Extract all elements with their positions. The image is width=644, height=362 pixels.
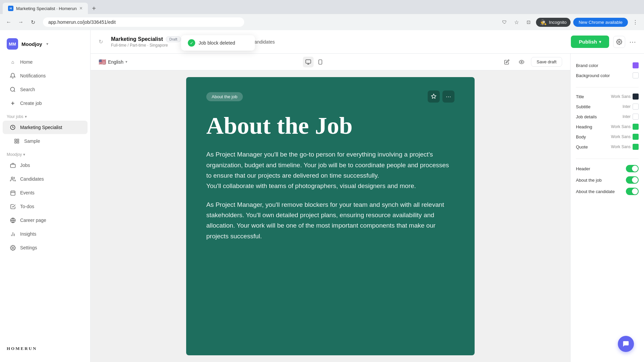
language-selector[interactable]: 🇺🇸 English ▾: [99, 58, 127, 66]
app: MM Moodjoy ▾ ⌂ Home Notifications Search: [0, 30, 644, 362]
preview-button[interactable]: [516, 57, 527, 67]
brand-color-swatch[interactable]: [633, 62, 639, 68]
url-bar[interactable]: app.homerun.co/job/336451/edit: [43, 17, 244, 27]
bookmark-icon[interactable]: ☆: [512, 17, 521, 27]
sidebar-item-notifications[interactable]: Notifications: [3, 69, 88, 82]
sample-icon: [13, 138, 20, 144]
home-icon: ⌂: [9, 59, 16, 65]
quote-font-color[interactable]: [633, 144, 639, 150]
mobile-view-button[interactable]: [315, 57, 326, 67]
canvas-paragraph-1: As Project Manager you'll be the go-to p…: [206, 149, 454, 191]
body-font-name: Work Sans: [611, 134, 631, 139]
job-title-text: Marketing Specialist: [111, 36, 163, 42]
body-font-color[interactable]: [633, 134, 639, 140]
body-font-label: Body: [576, 134, 586, 139]
jobs-icon: [9, 162, 16, 169]
sidebar-item-todos[interactable]: To-dos: [3, 200, 88, 213]
toolbar-right: Save draft: [501, 57, 562, 67]
job-subtitle: Full-time / Part-time · Singapore: [111, 43, 181, 48]
more-options-button[interactable]: ⋯: [629, 38, 636, 46]
canvas-paragraph-2: As Project Manager, you'll remove blocke…: [206, 199, 454, 241]
incognito-button[interactable]: 🕵 Incognito: [536, 18, 571, 27]
sidebar-item-label: Settings: [20, 245, 37, 250]
edit-mode-button[interactable]: [501, 57, 512, 67]
sidebar-item-settings[interactable]: Settings: [3, 241, 88, 254]
split-screen-icon[interactable]: ⊡: [524, 17, 533, 27]
forward-button[interactable]: →: [16, 17, 25, 27]
active-tab[interactable]: H Marketing Specialist · Homerun ×: [3, 3, 88, 14]
shield-icon[interactable]: 🛡: [500, 17, 509, 27]
subtitle-font-label: Subtitle: [576, 104, 590, 109]
nav-right: 🛡 ☆ ⊡ 🕵 Incognito New Chrome available ⋮: [500, 17, 640, 27]
sidebar-item-create-job[interactable]: + Create job: [3, 97, 88, 110]
about-job-tag[interactable]: About the job: [206, 92, 243, 101]
job-details-font-row: Job details Inter: [576, 112, 639, 122]
sidebar-item-label: Career page: [20, 218, 46, 223]
canvas-more-button[interactable]: ⋯: [442, 90, 454, 103]
body-font-row: Body Work Sans: [576, 132, 639, 142]
company-name: Moodjoy: [21, 41, 42, 47]
topbar: ↻ Marketing Specialist Draft Full-time /…: [91, 30, 644, 54]
sidebar-item-label: Home: [20, 59, 33, 65]
sidebar-item-insights[interactable]: Insights: [3, 227, 88, 241]
back-button[interactable]: ←: [4, 17, 13, 27]
about-job-toggle[interactable]: [626, 176, 639, 184]
sidebar-item-jobs[interactable]: Jobs: [3, 159, 88, 172]
toast-notification: ✓ Job block deleted: [181, 35, 255, 51]
browser-menu-button[interactable]: ⋮: [631, 17, 640, 27]
sidebar-header[interactable]: MM Moodjoy ▾: [0, 36, 90, 55]
heading-font-color[interactable]: [633, 124, 639, 130]
job-title-row: Marketing Specialist Draft: [111, 36, 181, 42]
sidebar-item-label: Create job: [20, 101, 42, 106]
desktop-view-button[interactable]: [303, 57, 314, 67]
job-spinner-icon: [9, 124, 16, 131]
background-color-label: Background color: [576, 73, 610, 78]
svg-rect-24: [319, 60, 322, 64]
todos-icon: [9, 203, 16, 210]
reload-button[interactable]: ↻: [28, 17, 38, 27]
chat-support-button[interactable]: [618, 336, 634, 352]
new-tab-button[interactable]: +: [89, 4, 99, 13]
canvas-widget-icon[interactable]: [428, 90, 440, 103]
heading-font-label: Heading: [576, 124, 592, 129]
sidebar-item-sample[interactable]: Sample: [3, 134, 88, 148]
header-toggle-row: Header: [576, 163, 639, 174]
sidebar-item-home[interactable]: ⌂ Home: [3, 55, 88, 69]
sync-icon: ↻: [99, 39, 103, 45]
save-draft-button[interactable]: Save draft: [531, 57, 562, 67]
editor-toolbar: 🇺🇸 English ▾: [91, 54, 570, 70]
brand-color-label: Brand color: [576, 63, 598, 68]
tab-close-button[interactable]: ×: [79, 5, 83, 11]
language-chevron-icon: ▾: [125, 60, 127, 64]
about-candidate-toggle[interactable]: [626, 188, 639, 195]
sidebar-item-search[interactable]: Search: [3, 83, 88, 96]
sidebar-item-label: Sample: [24, 138, 40, 144]
settings-button[interactable]: [613, 36, 625, 48]
title-font-color[interactable]: [633, 94, 639, 100]
incognito-icon: 🕵: [540, 19, 547, 25]
sidebar-item-candidates[interactable]: Candidates: [3, 172, 88, 186]
header-toggle[interactable]: [626, 165, 639, 172]
publish-dropdown-arrow-icon: ▾: [599, 40, 601, 44]
sidebar-item-label: Candidates: [20, 176, 44, 182]
company-avatar: MM: [7, 38, 18, 50]
plus-icon: +: [9, 100, 16, 107]
new-chrome-button[interactable]: New Chrome available: [573, 18, 628, 27]
sidebar-item-marketing-specialist[interactable]: Marketing Specialist: [3, 121, 88, 134]
svg-point-18: [12, 247, 13, 248]
about-candidate-toggle-row: About the candidate: [576, 186, 639, 197]
sidebar-navigation: ⌂ Home Notifications Search + Create job: [0, 55, 90, 341]
svg-rect-21: [306, 60, 311, 63]
candidates-icon: [9, 176, 16, 182]
job-details-font-color[interactable]: [633, 114, 639, 120]
tab-title: Marketing Specialist · Homerun: [16, 6, 77, 11]
publish-label: Publish: [579, 39, 597, 45]
background-color-swatch[interactable]: [633, 72, 639, 78]
subtitle-font-color[interactable]: [633, 104, 639, 110]
sidebar-item-career-page[interactable]: Career page: [3, 214, 88, 227]
publish-button[interactable]: Publish ▾: [571, 36, 609, 48]
sidebar-item-events[interactable]: Events: [3, 186, 88, 199]
topbar-right: Publish ▾ ⋯: [571, 36, 636, 48]
main-content: ↻ Marketing Specialist Draft Full-time /…: [91, 30, 644, 362]
sidebar-item-label: Insights: [20, 231, 36, 237]
